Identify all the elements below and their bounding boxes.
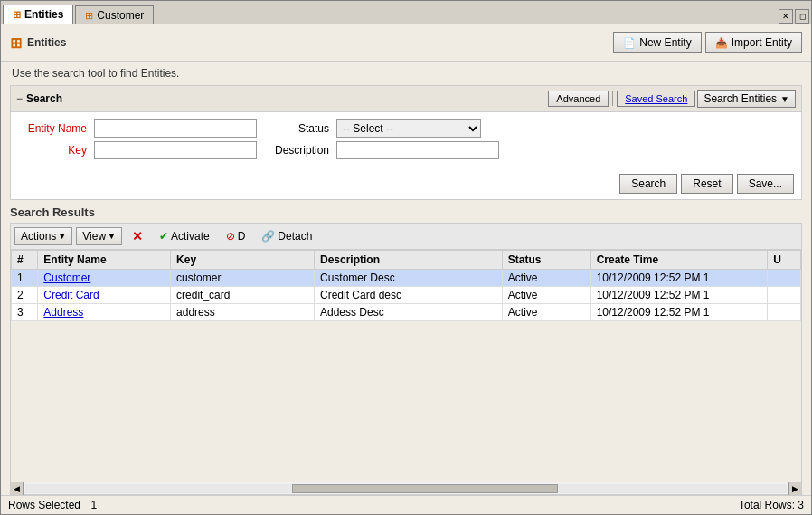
customer-tab-icon: ⊞ [85,10,93,22]
cell-u [768,287,801,304]
view-label: View [82,230,106,243]
window-controls: ✕ ◻ [779,9,811,24]
col-header-status: Status [502,251,590,270]
cell-create-time: 10/12/2009 12:52 PM 1 [590,304,768,321]
import-entity-icon: 📥 [715,37,728,49]
scroll-right-button[interactable]: ▶ [788,482,801,495]
description-input[interactable] [336,141,499,159]
deactivate-icon: ⊘ [226,230,235,243]
advanced-button[interactable]: Advanced [548,91,609,107]
search-entities-arrow-icon: ▼ [780,94,789,104]
form-actions: Search Reset Save... [11,170,801,199]
cell-u [768,270,801,287]
search-entities-label: Search Entities [703,92,777,105]
scroll-thumb[interactable] [292,484,559,493]
import-entity-button[interactable]: 📥 Import Entity [705,32,802,53]
table-row[interactable]: 3 Address address Addess Desc Active 10/… [12,304,801,321]
detach-label: Detach [278,230,312,243]
page-title-icon: ⊞ [10,34,22,52]
cell-create-time: 10/12/2009 12:52 PM 1 [590,287,768,304]
description-label: Description [264,144,329,157]
new-entity-label: New Entity [639,36,691,49]
cell-key: address [171,304,315,321]
search-panel: − Search Advanced Saved Search Search En… [10,85,802,200]
entity-name-link[interactable]: Address [43,306,83,319]
results-table: # Entity Name Key Description Status Cre… [11,250,801,321]
status-label: Status [264,122,329,135]
actions-arrow-icon: ▼ [58,232,66,241]
deactivate-label: D [238,230,246,243]
horizontal-scrollbar: ◀ ▶ [10,482,802,495]
page-header: ⊞ Entities 📄 New Entity 📥 Import Entity [1,24,811,62]
info-message: Use the search tool to find Entities. [12,67,179,80]
total-rows: Total Rows: 3 [739,499,804,511]
view-arrow-icon: ▼ [108,232,116,241]
cell-u [768,304,801,321]
activate-icon: ✔ [159,230,168,243]
reset-button[interactable]: Reset [681,174,732,194]
cell-key: credit_card [171,287,315,304]
results-title: Search Results [10,205,802,219]
entities-tab-icon: ⊞ [13,9,21,21]
actions-button[interactable]: Actions ▼ [14,227,72,245]
search-toggle[interactable]: − [16,92,23,105]
form-row-1: Entity Name Status -- Select -- Active I… [22,119,790,138]
key-label: Key [22,144,87,157]
detach-icon: 🔗 [261,230,275,243]
cell-status: Active [502,287,590,304]
col-header-num: # [12,251,38,270]
status-bar: Rows Selected 1 Total Rows: 3 [1,495,811,514]
tab-entities[interactable]: ⊞ Entities [3,5,73,24]
detach-button[interactable]: 🔗 Detach [255,227,318,245]
page-title: ⊞ Entities [10,34,613,52]
page-title-text: Entities [27,36,66,49]
saved-search-button[interactable]: Saved Search [617,91,695,107]
cell-num: 3 [12,304,38,321]
entity-name-link[interactable]: Customer [43,272,90,284]
tab-entities-label: Entities [24,8,63,21]
cell-status: Active [502,270,590,287]
cell-entity-name[interactable]: Customer [38,270,171,287]
delete-button[interactable]: ✕ [126,226,149,246]
view-button[interactable]: View ▼ [76,227,122,245]
cell-description: Customer Desc [315,270,503,287]
search-entities-button[interactable]: Search Entities ▼ [697,90,796,108]
cell-create-time: 10/12/2009 12:52 PM 1 [590,270,768,287]
new-entity-icon: 📄 [623,37,636,49]
import-entity-label: Import Entity [732,36,792,49]
new-entity-button[interactable]: 📄 New Entity [613,32,701,53]
entity-name-label: Entity Name [22,122,87,135]
window-restore-button[interactable]: ✕ [779,9,793,24]
search-button[interactable]: Search [619,174,677,194]
info-bar: Use the search tool to find Entities. [1,62,811,85]
key-input[interactable] [94,141,257,159]
total-rows-value: 3 [798,499,804,511]
cell-entity-name[interactable]: Address [38,304,171,321]
table-row[interactable]: 2 Credit Card credit_card Credit Card de… [12,287,801,304]
status-select[interactable]: -- Select -- Active Inactive [336,119,481,138]
tab-customer[interactable]: ⊞ Customer [75,5,154,24]
deactivate-button[interactable]: ⊘ D [220,227,252,245]
scroll-left-button[interactable]: ◀ [11,482,24,495]
content-area: ⊞ Entities 📄 New Entity 📥 Import Entity … [1,24,811,514]
rows-selected-value: 1 [90,499,97,511]
main-window: ⊞ Entities ⊞ Customer ✕ ◻ ⊞ Entities 📄 N… [0,0,812,515]
activate-button[interactable]: ✔ Activate [153,227,216,245]
save-button[interactable]: Save... [737,174,794,194]
table-body: 1 Customer customer Customer Desc Active… [12,270,801,321]
col-header-create-time: Create Time [590,251,768,270]
table-row[interactable]: 1 Customer customer Customer Desc Active… [12,270,801,287]
form-row-2: Key Description [22,141,790,159]
window-maximize-button[interactable]: ◻ [795,9,809,24]
scroll-track[interactable] [25,484,787,493]
col-header-u: U [768,251,801,270]
entity-name-link[interactable]: Credit Card [43,289,99,301]
results-section: Search Results Actions ▼ View ▼ ✕ ✔ Acti… [10,205,802,495]
delete-icon: ✕ [132,229,143,243]
entity-name-input[interactable] [94,119,257,138]
cell-entity-name[interactable]: Credit Card [38,287,171,304]
col-header-key: Key [171,251,315,270]
total-rows-label: Total Rows: [739,499,795,511]
actions-label: Actions [21,230,56,243]
results-toolbar: Actions ▼ View ▼ ✕ ✔ Activate ⊘ D [10,223,802,249]
